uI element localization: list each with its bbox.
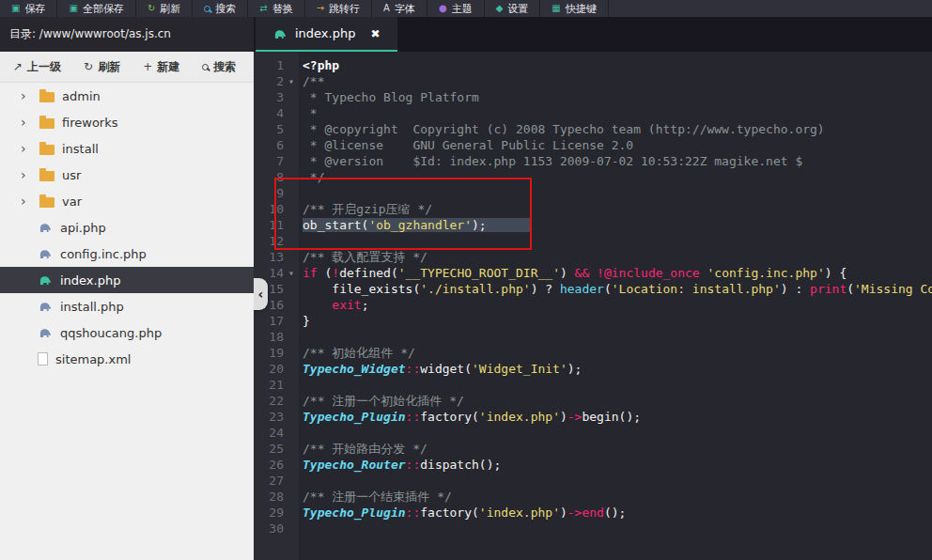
code-line: 23Typecho_Plugin::factory('index.php')->… [254,409,932,425]
fold-spacer [284,473,299,489]
sidebar-tool-up-level[interactable]: ↗上一级 [13,59,61,75]
tree-item-sitemap-xml[interactable]: sitemap.xml [0,346,254,372]
line-number: 26 [254,457,284,473]
fold-spacer [284,297,299,313]
code-text: if (!defined('__TYPECHO_ROOT_DIR__') && … [299,265,932,281]
sidebar-tool-new[interactable]: +新建 [143,59,179,75]
line-number: 7 [254,153,284,169]
sidebar-tool-search[interactable]: 搜索 [202,59,236,75]
code-text: /** 载入配置支持 */ [299,249,932,265]
toolbar-button-label: 字体 [395,2,415,16]
tree-item-var[interactable]: ›var [0,188,254,214]
code-line: 24 [254,425,932,441]
toolbar-button-goto-line[interactable]: →跳转行 [305,0,372,17]
fold-arrow-icon[interactable]: ▾ [284,265,299,281]
tree-item-qqshoucang-php[interactable]: qqshoucang.php [0,319,254,346]
code-text: /** 注册一个初始化插件 */ [299,393,932,409]
fold-spacer [284,281,299,297]
toolbar-button-save[interactable]: ▣保存 [0,0,57,17]
line-number: 2 [254,73,284,89]
directory-bar: 目录: /www/wwwroot/as.js.cn [0,17,254,52]
line-number: 17 [254,313,284,329]
line-number: 13 [254,249,284,265]
code-line: 6 * @license GNU General Public License … [254,137,932,153]
line-number: 8 [254,169,284,185]
folder-name: install [62,142,99,156]
fold-spacer [284,89,299,105]
code-editor[interactable]: 1<?php2▾/**3 * Typecho Blog Platform4 *5… [254,52,932,560]
line-number: 3 [254,89,284,105]
tree-item-admin[interactable]: ›admin [0,83,254,109]
tree-item-install[interactable]: ›install [0,135,254,162]
toolbar-button-theme[interactable]: ●主题 [427,0,485,17]
file-name: api.php [60,221,106,235]
tree-item-config-inc-php[interactable]: config.inc.php [0,241,254,267]
sidebar-tool-refresh[interactable]: ↻刷新 [84,59,120,75]
font-icon: A [383,4,390,13]
chevron-right-icon[interactable]: › [21,194,32,208]
tree-item-api-php[interactable]: api.php [0,214,254,241]
code-line: 21 [254,377,932,393]
toolbar-button-search[interactable]: 搜索 [193,0,248,17]
fold-arrow-icon[interactable]: ▾ [284,73,299,89]
code-text: * @copyright Copyright (c) 2008 Typecho … [299,121,932,137]
file-name: sitemap.xml [55,352,131,366]
fold-spacer [284,425,299,441]
toolbar-button-settings[interactable]: ◆设置 [485,0,541,17]
folder-icon [39,118,54,129]
fold-spacer [284,217,299,233]
toolbar-button-label: 保存 [24,2,45,16]
chevron-right-icon[interactable]: › [21,142,32,155]
code-line: 15 file_exists('./install.php') ? header… [254,281,932,297]
fold-spacer [284,249,299,265]
line-number: 24 [254,425,284,441]
line-gutter: 4 [254,105,299,121]
line-number: 11 [254,217,284,233]
line-gutter: 20 [254,361,299,377]
line-gutter: 10 [254,201,299,217]
fold-spacer [284,153,299,169]
toolbar-button-save-all[interactable]: ▣全部保存 [57,0,135,17]
code-line: 16 exit; [254,297,932,313]
tree-item-fireworks[interactable]: ›fireworks [0,109,254,135]
tree-item-install-php[interactable]: install.php [0,293,254,319]
line-number: 21 [254,377,284,393]
toolbar-button-refresh[interactable]: ↻刷新 [136,0,193,17]
line-gutter: 1 [254,57,299,73]
close-tab-icon[interactable]: ✖ [370,27,380,40]
php-file-icon [38,327,53,338]
sidebar-collapse-handle[interactable]: ‹ [254,278,268,310]
code-line: 26Typecho_Router::dispatch(); [254,457,932,473]
toolbar-button-font[interactable]: A字体 [372,0,427,17]
line-gutter: 25 [254,441,299,457]
code-line: 17} [254,313,932,329]
tree-item-index-php[interactable]: index.php [0,267,254,293]
chevron-right-icon[interactable]: › [21,168,32,181]
code-text [299,329,932,345]
line-number: 25 [254,441,284,457]
refresh-icon: ↻ [84,60,93,73]
line-number: 27 [254,473,284,489]
toolbar-button-hotkeys[interactable]: ▦快捷键 [540,0,608,17]
fold-spacer [284,233,299,249]
line-number: 20 [254,361,284,377]
code-text: Typecho_Widget::widget('Widget_Init'); [299,361,932,377]
code-text: * @license GNU General Public License 2.… [299,137,932,153]
line-number: 30 [254,521,284,537]
code-line: 27 [254,473,932,489]
toolbar-button-replace[interactable]: ⇄替换 [248,0,304,17]
fold-spacer [284,441,299,457]
chevron-right-icon[interactable]: › [21,89,32,102]
code-text: Typecho_Plugin::factory('index.php')->en… [299,505,932,521]
code-text: */ [299,169,932,185]
line-number: 10 [254,201,284,217]
tree-item-usr[interactable]: ›usr [0,162,254,188]
line-gutter: 29 [254,505,299,521]
save-all-icon: ▣ [69,4,77,13]
directory-path: 目录: /www/wwwroot/as.js.cn [9,26,171,42]
tab-index-php[interactable]: index.php ✖ [256,17,397,52]
line-gutter: 28 [254,489,299,505]
line-gutter: 21 [254,377,299,393]
fold-spacer [284,505,299,521]
chevron-right-icon[interactable]: › [21,116,32,129]
